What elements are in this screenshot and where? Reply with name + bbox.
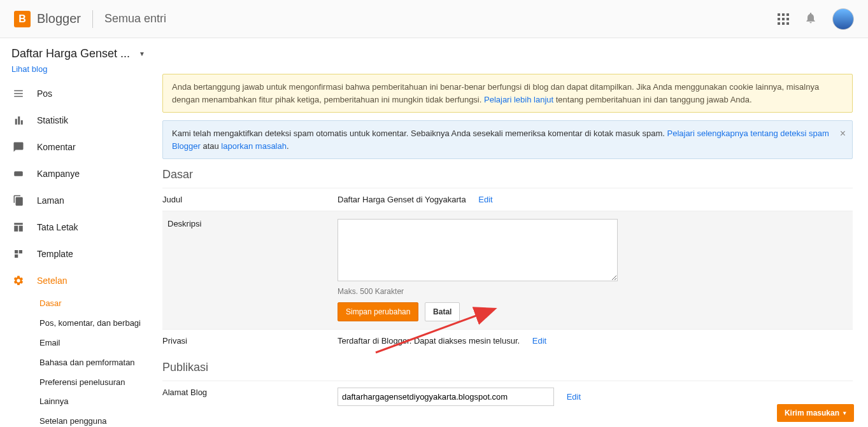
cookie-notice: Anda bertanggung jawab untuk mengonfirma…	[162, 74, 853, 113]
blog-address-input[interactable]	[338, 388, 554, 406]
send-feedback-button[interactable]: Kirim masukan	[777, 404, 854, 422]
user-avatar[interactable]	[832, 8, 854, 30]
nav-label: Setelan	[37, 276, 67, 286]
gear-icon	[11, 274, 25, 288]
deskripsi-textarea[interactable]	[338, 219, 618, 281]
label-privasi: Privasi	[162, 336, 338, 346]
subnav-email[interactable]: Email	[39, 333, 156, 353]
notice-text: atau	[201, 141, 222, 151]
nav-label: Template	[37, 249, 73, 259]
nav-template[interactable]: Template	[0, 241, 156, 267]
edit-judul-link[interactable]: Edit	[478, 195, 492, 204]
edit-privasi-link[interactable]: Edit	[532, 336, 546, 346]
notice-text: Kami telah mengaktifkan deteksi spam oto…	[172, 129, 667, 138]
post-icon	[11, 87, 25, 101]
section-publikasi-title: Publikasi	[162, 361, 853, 374]
nav-label: Pos	[37, 88, 52, 99]
save-button[interactable]: Simpan perubahan	[338, 302, 418, 321]
apps-grid-icon[interactable]	[778, 13, 789, 25]
section-dasar-title: Dasar	[162, 168, 853, 181]
report-issue-link[interactable]: laporkan masalah	[221, 141, 287, 151]
spam-notice: × Kami telah mengaktifkan deteksi spam o…	[162, 120, 853, 159]
header-divider	[92, 10, 93, 28]
deskripsi-hint: Maks. 500 Karakter	[338, 287, 853, 296]
comment-icon	[11, 140, 25, 154]
notice-text: tentang pemberitahuan ini dan tanggung j…	[553, 95, 752, 104]
brand-name: Blogger	[37, 11, 81, 26]
value-privasi: Terdaftar di Blogger. Dapat diakses mesi…	[338, 336, 520, 346]
label-judul: Judul	[162, 195, 338, 204]
nav-pos[interactable]: Pos	[0, 80, 156, 107]
edit-alamat-link[interactable]: Edit	[567, 392, 581, 402]
nav-kampanye[interactable]: Kampanye	[0, 160, 156, 187]
nav-label: Kampanye	[37, 169, 80, 179]
label-deskripsi: Deskripsi	[162, 219, 338, 321]
value-judul: Daftar Harga Genset di Yogyakarta	[338, 195, 466, 204]
nav-komentar[interactable]: Komentar	[0, 134, 156, 160]
notifications-icon[interactable]	[804, 11, 817, 26]
campaign-icon	[11, 167, 25, 181]
subnav-preferensi[interactable]: Preferensi penelusuran	[39, 373, 156, 393]
learn-more-link[interactable]: Pelajari lebih lanjut	[484, 95, 553, 104]
nav-statistik[interactable]: Statistik	[0, 107, 156, 134]
subnav-pos-komentar[interactable]: Pos, komentar, dan berbagi	[39, 314, 156, 333]
blogger-logo-icon: B	[14, 11, 31, 27]
sidebar: Pos Statistik Komentar Kampanye Laman Ta…	[0, 74, 156, 427]
cancel-button[interactable]: Batal	[425, 302, 460, 321]
stats-icon	[11, 113, 25, 127]
subnav-bahasa[interactable]: Bahasa dan pemformatan	[39, 353, 156, 373]
pages-icon	[11, 193, 25, 207]
blog-selector-dropdown[interactable]: Daftar Harga Genset ... ▼	[11, 47, 145, 60]
layout-icon	[11, 220, 25, 234]
view-blog-link[interactable]: Lihat blog	[11, 64, 47, 74]
template-icon	[11, 247, 25, 261]
nav-tataletak[interactable]: Tata Letak	[0, 214, 156, 241]
page-title: Semua entri	[104, 12, 166, 25]
nav-label: Komentar	[37, 142, 76, 152]
label-alamat: Alamat Blog	[162, 388, 338, 406]
close-icon[interactable]: ×	[840, 126, 846, 141]
svg-rect-0	[14, 171, 23, 176]
nav-label: Statistik	[37, 115, 68, 125]
chevron-down-icon: ▼	[139, 50, 145, 57]
nav-label: Laman	[37, 195, 64, 206]
nav-setelan[interactable]: Setelan	[0, 267, 156, 294]
subnav-pengguna[interactable]: Setelan pengguna	[39, 412, 156, 427]
blog-name-label: Daftar Harga Genset ...	[11, 47, 130, 60]
subnav-lainnya[interactable]: Lainnya	[39, 392, 156, 412]
subnav-dasar[interactable]: Dasar	[39, 294, 156, 314]
nav-label: Tata Letak	[37, 222, 78, 232]
nav-laman[interactable]: Laman	[0, 187, 156, 214]
